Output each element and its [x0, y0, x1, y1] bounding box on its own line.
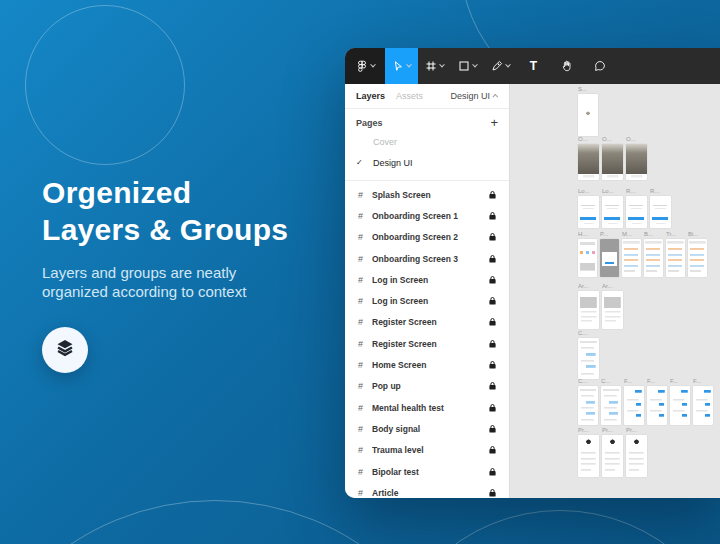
lock-icon[interactable] — [489, 233, 496, 241]
layer-row[interactable]: #Body signal — [345, 418, 509, 439]
layer-row[interactable]: #Onboarding Screen 1 — [345, 205, 509, 226]
frame-label[interactable]: B... — [644, 231, 663, 238]
layer-row[interactable]: #Onboarding Screen 2 — [345, 227, 509, 248]
shape-tool[interactable] — [451, 48, 484, 84]
layer-row[interactable]: #Log in Screen — [345, 269, 509, 290]
frame-thumbnail-photo[interactable] — [602, 144, 623, 180]
frame-label[interactable]: R... — [626, 188, 647, 195]
frame-label[interactable]: Pr... — [626, 427, 647, 434]
frame-label[interactable]: C... — [578, 378, 598, 385]
frame-label[interactable]: Bi... — [688, 231, 707, 238]
frame-label[interactable]: M... — [622, 231, 641, 238]
lock-icon[interactable] — [489, 255, 496, 263]
layer-row[interactable]: #Mental health test — [345, 397, 509, 418]
lock-icon[interactable] — [489, 340, 496, 348]
frame-thumbnail-chat[interactable] — [578, 386, 598, 425]
frame-label[interactable]: Tr... — [666, 231, 685, 238]
frame-thumbnail-splash[interactable] — [578, 94, 598, 136]
lock-icon[interactable] — [489, 297, 496, 305]
frame-thumbnail-feed[interactable] — [670, 386, 690, 425]
frame-thumbnail-profile[interactable] — [602, 435, 623, 477]
frame-label[interactable]: Pr... — [578, 427, 599, 434]
frame-label[interactable]: F... — [624, 378, 644, 385]
frame-label[interactable]: C... — [601, 378, 621, 385]
lock-icon[interactable] — [489, 361, 496, 369]
frame-label[interactable]: Ar... — [602, 283, 623, 290]
lock-icon[interactable] — [489, 276, 496, 284]
frame-thumbnail-login[interactable] — [602, 196, 623, 228]
hand-tool[interactable] — [550, 48, 583, 84]
frame-thumbnail-chat[interactable] — [601, 386, 621, 425]
frame-label[interactable]: Lo... — [602, 188, 623, 195]
frame-thumbnail-popup[interactable] — [600, 239, 619, 277]
page-item-cover[interactable]: ✓Cover — [356, 131, 498, 152]
text-tool[interactable]: T — [517, 48, 550, 84]
add-page-button[interactable]: + — [490, 116, 498, 129]
frame-thumbnail-feed[interactable] — [624, 386, 644, 425]
frame-thumbnail-list[interactable] — [644, 239, 663, 277]
frame-label[interactable]: F... — [647, 378, 667, 385]
layer-row[interactable]: #Article — [345, 482, 509, 498]
tab-layers[interactable]: Layers — [356, 91, 385, 101]
page-selector[interactable]: Design UI — [450, 91, 498, 101]
lock-icon[interactable] — [489, 191, 496, 199]
frame-thumbnail-home[interactable] — [578, 239, 597, 277]
frame-label[interactable]: C... — [578, 330, 599, 337]
frame-thumbnail-feed[interactable] — [647, 386, 667, 425]
layer-row[interactable]: #Trauma level — [345, 440, 509, 461]
lock-icon[interactable] — [489, 382, 496, 390]
canvas-frame: Pr... — [578, 427, 599, 477]
canvas-thumb-row: Ar...Ar... — [578, 283, 623, 329]
layer-row[interactable]: #Pop up — [345, 376, 509, 397]
frame-thumbnail-login[interactable] — [650, 196, 671, 228]
layer-row[interactable]: #Register Screen — [345, 312, 509, 333]
lock-icon[interactable] — [489, 425, 496, 433]
tab-assets[interactable]: Assets — [396, 91, 423, 101]
frame-thumbnail-article[interactable] — [578, 291, 599, 329]
lock-icon[interactable] — [489, 212, 496, 220]
frame-thumbnail-article[interactable] — [602, 291, 623, 329]
pen-tool[interactable] — [484, 48, 517, 84]
frame-label[interactable]: R... — [650, 188, 671, 195]
layer-row[interactable]: #Splash Screen — [345, 184, 509, 205]
frame-thumbnail-profile[interactable] — [578, 435, 599, 477]
layer-row[interactable]: #Log in Screen — [345, 290, 509, 311]
frame-label[interactable]: F... — [670, 378, 690, 385]
lock-icon[interactable] — [489, 489, 496, 497]
frame-label[interactable]: Ar... — [578, 283, 599, 290]
frame-thumbnail-list[interactable] — [622, 239, 641, 277]
layer-row[interactable]: #Register Screen — [345, 333, 509, 354]
frame-label[interactable]: Pr... — [602, 427, 623, 434]
frame-label[interactable]: O... — [578, 136, 599, 143]
frame-tool[interactable] — [418, 48, 451, 84]
layer-row[interactable]: #Bipolar test — [345, 461, 509, 482]
comment-tool[interactable] — [583, 48, 616, 84]
layer-row[interactable]: #Home Screen — [345, 354, 509, 375]
frame-label[interactable]: S... — [578, 86, 598, 93]
frame-label[interactable]: O... — [602, 136, 623, 143]
frame-thumbnail-login[interactable] — [626, 196, 647, 228]
frame-thumbnail-photo[interactable] — [626, 144, 647, 180]
layer-row[interactable]: #Onboarding Screen 3 — [345, 248, 509, 269]
frame-label[interactable]: H... — [578, 231, 597, 238]
lock-icon[interactable] — [489, 446, 496, 454]
move-tool[interactable] — [385, 48, 418, 84]
frame-label[interactable]: O... — [626, 136, 647, 143]
canvas[interactable]: S...O...O...O...Lo...Lo...R...R...H...P.… — [510, 84, 720, 498]
lock-icon[interactable] — [489, 468, 496, 476]
frame-thumbnail-photo[interactable] — [578, 144, 599, 180]
frame-label[interactable]: F... — [693, 378, 713, 385]
frame-label[interactable]: Lo... — [578, 188, 599, 195]
frame-thumbnail-list[interactable] — [688, 239, 707, 277]
page-item-design-ui[interactable]: ✓Design UI — [356, 152, 498, 173]
frame-thumbnail-chat[interactable] — [578, 338, 599, 379]
lock-icon[interactable] — [489, 318, 496, 326]
frame-label[interactable]: P... — [600, 231, 619, 238]
lock-icon[interactable] — [489, 404, 496, 412]
figma-menu[interactable] — [345, 48, 385, 84]
frame-thumbnail-login[interactable] — [578, 196, 599, 228]
layers-icon — [54, 337, 76, 363]
frame-thumbnail-list[interactable] — [666, 239, 685, 277]
frame-thumbnail-feed[interactable] — [693, 386, 713, 425]
frame-thumbnail-profile[interactable] — [626, 435, 647, 477]
